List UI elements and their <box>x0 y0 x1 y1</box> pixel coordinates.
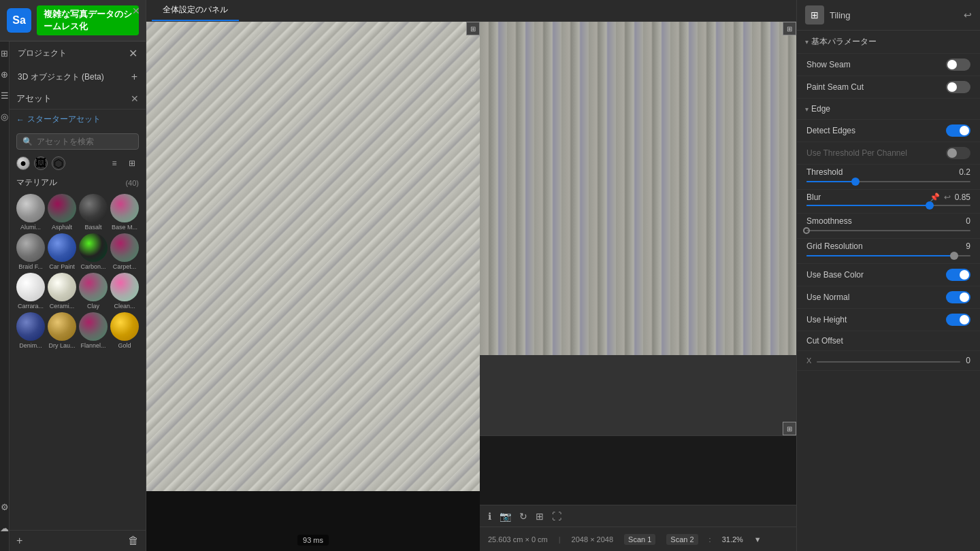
threshold-slider-track[interactable] <box>806 181 970 182</box>
project-section[interactable]: プロジェクト ✕ <box>10 41 146 65</box>
main-tab[interactable]: 全体設定のパネル <box>152 0 239 21</box>
detect-edges-row: Detect Edges <box>797 120 980 142</box>
search-input[interactable] <box>37 137 133 146</box>
material-item[interactable]: Clean... <box>110 273 139 310</box>
add-3d-button[interactable]: + <box>131 71 137 83</box>
filter-image[interactable]: 🖼 <box>34 156 48 170</box>
basic-params-section-header[interactable]: ▾ 基本パラメーター <box>797 31 980 54</box>
threshold-fill <box>806 181 855 182</box>
use-base-color-toggle[interactable] <box>946 269 970 281</box>
refresh-icon[interactable]: ↻ <box>519 511 527 522</box>
close-sidebar-button[interactable]: ✕ <box>132 5 140 16</box>
material-item[interactable]: Alumi... <box>16 194 45 231</box>
assets-header: アセット ✕ <box>10 88 146 110</box>
canvas-timestamp: 93 ms <box>297 535 329 546</box>
material-item[interactable]: Carbon... <box>79 233 108 270</box>
tool-icon-bottom-2[interactable]: ☁ <box>0 523 9 533</box>
sort-list-icon[interactable]: ≡ <box>108 156 121 170</box>
tool-icon-1[interactable]: ⊞ <box>1 48 8 59</box>
tool-icon-2[interactable]: ⊕ <box>1 69 8 80</box>
status-bar: 25.603 cm × 0 cm | 2048 × 2048 Scan 1 Sc… <box>480 527 796 551</box>
expand-icon[interactable]: ⛶ <box>552 511 561 522</box>
threshold-slider-row: Threshold 0.2 <box>797 165 980 190</box>
title-banner: 複雑な写真データのシームレス化 <box>37 5 139 35</box>
zoom-display: 31.2% <box>722 535 743 544</box>
delete-asset-button[interactable]: 🗑 <box>128 535 139 547</box>
cut-offset-x-slider[interactable] <box>817 361 960 363</box>
left-sidebar: Sa 複雑な写真データのシームレス化 ✕ ⊞ ⊕ ☰ ◎ ⚙ ☁ プロジェクト … <box>0 0 146 551</box>
back-to-starter[interactable]: ← スターターアセット <box>10 110 146 129</box>
scan1-label[interactable]: Scan 1 <box>624 534 655 545</box>
material-item[interactable]: Denim... <box>16 312 45 349</box>
add-asset-button[interactable]: + <box>16 535 22 547</box>
camera-icon[interactable]: 📷 <box>500 511 511 522</box>
grid-icon[interactable]: ⊞ <box>536 511 544 522</box>
grid-resolution-slider-track[interactable] <box>806 255 970 256</box>
materials-header: マテリアル (40) <box>16 177 139 188</box>
smoothness-slider-row: Smoothness 0 <box>797 214 980 239</box>
info-icon[interactable]: ℹ <box>488 511 491 522</box>
material-item[interactable]: Flannel... <box>79 312 108 349</box>
close-assets-button[interactable]: ✕ <box>131 93 139 104</box>
material-item[interactable]: Asphalt <box>48 194 76 231</box>
panel-reset-button[interactable]: ↩ <box>964 10 972 20</box>
grid-view-icon[interactable]: ⊞ <box>125 156 139 170</box>
material-item[interactable]: Carpet... <box>110 233 139 270</box>
tool-icon-4[interactable]: ◎ <box>1 112 8 122</box>
sidebar-top-bar: Sa 複雑な写真データのシームレス化 ✕ <box>0 0 146 41</box>
smoothness-thumb[interactable] <box>803 227 810 234</box>
canvas-handle-tr[interactable]: ⊞ <box>466 22 480 35</box>
panel-tiling-icon: ⊞ <box>805 5 824 24</box>
use-normal-row: Use Normal <box>797 286 980 309</box>
paint-seam-cut-toggle[interactable] <box>946 81 970 93</box>
dimensions-display: 25.603 cm × 0 cm <box>488 535 548 544</box>
filter-3d[interactable]: ⬡ <box>52 156 65 170</box>
close-project-button[interactable]: ✕ <box>129 47 137 60</box>
search-icon: 🔍 <box>22 137 33 146</box>
material-item[interactable]: Braid F... <box>16 233 45 270</box>
tool-icon-3[interactable]: ☰ <box>1 90 9 101</box>
tab-bar: 全体設定のパネル <box>146 0 796 22</box>
tool-icon-bottom-1[interactable]: ⚙ <box>1 502 9 512</box>
app-logo: Sa <box>7 8 31 33</box>
3d-object-item[interactable]: 3D オブジェクト (Beta) + <box>10 65 146 88</box>
material-item[interactable]: Clay <box>79 273 108 310</box>
blur-icons: 📌 ↩ 0.85 <box>930 193 970 202</box>
filter-sphere[interactable]: ● <box>16 156 30 170</box>
edge-section-header[interactable]: ▾ Edge <box>797 99 980 120</box>
material-item[interactable]: Car Paint <box>48 233 76 270</box>
assets-search-box[interactable]: 🔍 <box>16 133 139 150</box>
detect-edges-toggle[interactable] <box>946 124 970 137</box>
material-item[interactable]: Gold <box>110 312 139 349</box>
canvas-texture-secondary <box>480 22 796 355</box>
materials-grid: Alumi...AsphaltBasaltBase M...Braid F...… <box>16 194 139 349</box>
right-panel: ⊞ Tiling ↩ ▾ 基本パラメーター Show Seam Paint Se… <box>796 0 980 551</box>
material-item[interactable]: Basalt <box>79 194 108 231</box>
blur-thumb[interactable] <box>926 201 934 210</box>
canvas-handle-secondary-br[interactable]: ⊞ <box>783 422 796 435</box>
blur-slider-track[interactable] <box>806 205 970 206</box>
material-item[interactable]: Dry Lau... <box>48 312 76 349</box>
show-seam-row: Show Seam <box>797 54 980 76</box>
use-normal-toggle[interactable] <box>946 291 970 303</box>
blur-pin-icon[interactable]: 📌 <box>930 193 940 202</box>
material-item[interactable]: Base M... <box>110 194 139 231</box>
resolution-display: 2048 × 2048 <box>572 535 613 544</box>
threshold-thumb[interactable] <box>851 178 860 186</box>
use-threshold-toggle[interactable] <box>946 147 970 159</box>
assets-footer: + 🗑 <box>10 530 146 551</box>
paint-seam-cut-row: Paint Seam Cut <box>797 76 980 99</box>
zoom-dropdown-icon[interactable]: ▼ <box>754 535 762 544</box>
assets-section: アセット ✕ ← スターターアセット 🔍 ● 🖼 ⬡ ≡ <box>10 88 146 551</box>
blur-reset-icon[interactable]: ↩ <box>944 193 951 202</box>
smoothness-slider-track[interactable] <box>806 230 970 231</box>
grid-resolution-thumb[interactable] <box>950 252 958 260</box>
canvas-area: 93 ms ⊞ ⊞ ⊞ 25.603 cm × 0 cm | 2048 × 20… <box>146 22 796 551</box>
material-item[interactable]: Carrara... <box>16 273 45 310</box>
use-height-toggle[interactable] <box>946 314 970 326</box>
material-item[interactable]: Cerami... <box>48 273 76 310</box>
scan2-label[interactable]: Scan 2 <box>666 534 698 545</box>
canvas-handle-secondary-tr[interactable]: ⊞ <box>783 22 796 35</box>
main-content: 全体設定のパネル 93 ms ⊞ ⊞ ⊞ <box>146 0 796 551</box>
show-seam-toggle[interactable] <box>946 59 970 71</box>
